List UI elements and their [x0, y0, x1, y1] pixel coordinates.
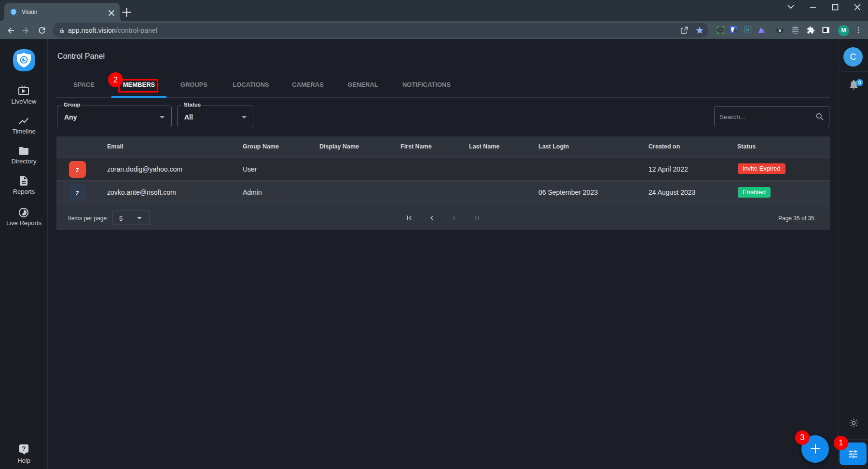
- svg-text:N: N: [746, 27, 749, 32]
- svg-text:e: e: [779, 27, 781, 33]
